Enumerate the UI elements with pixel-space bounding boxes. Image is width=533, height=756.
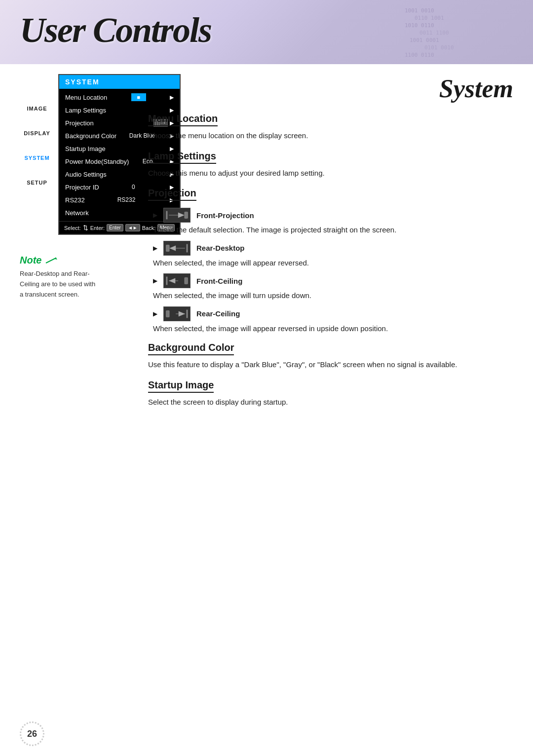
rear-ceiling-icon bbox=[163, 306, 190, 321]
svg-rect-21 bbox=[187, 309, 188, 318]
section-projection: Projection ▶ Front-Projection This is th… bbox=[148, 188, 513, 334]
front-ceiling-icon bbox=[163, 273, 190, 288]
svg-text:1010 0110: 1010 0110 bbox=[405, 22, 434, 29]
right-column: System Menu Location Choose the menu loc… bbox=[133, 74, 513, 416]
front-ceiling-label: Front-Ceiling bbox=[196, 277, 242, 285]
svg-text:1001 0010: 1001 0010 bbox=[405, 7, 434, 14]
sidebar-item-setup[interactable]: SETUP bbox=[20, 178, 54, 188]
main-layout: IMAGE DISPLAY SYSTEM SETUP SYSTEM Menu L… bbox=[0, 64, 533, 426]
svg-text:1001 0001: 1001 0001 bbox=[410, 37, 439, 43]
rear-desktop-label: Rear-Desktop bbox=[196, 244, 245, 252]
svg-rect-12 bbox=[185, 212, 188, 218]
heading-menu-location: Menu Location bbox=[148, 113, 218, 126]
note-text: Rear-Desktop and Rear-Ceiling are to be … bbox=[20, 269, 99, 300]
note-pencil-icon bbox=[43, 256, 58, 265]
svg-marker-8 bbox=[55, 257, 57, 260]
section-menu-location: Menu Location Choose the menu location o… bbox=[148, 113, 513, 142]
proj-item-rear-desktop: ▶ Rear-Desktop bbox=[153, 241, 513, 256]
proj-item-front-ceiling: ▶ Front-Ceiling bbox=[153, 273, 513, 288]
sidebar-item-system[interactable]: SYSTEM bbox=[20, 153, 54, 163]
desc-background-color: Use this feature to display a "Dark Blue… bbox=[148, 359, 513, 371]
svg-rect-13 bbox=[187, 244, 188, 252]
header-decoration: 1001 0010 0110 1001 1010 0110 0011 1100 … bbox=[400, 2, 523, 62]
page-header: User Controls 1001 0010 0110 1001 1010 0… bbox=[0, 0, 533, 64]
heading-startup-image: Startup Image bbox=[148, 379, 214, 393]
enter-label: Enter: bbox=[90, 225, 105, 231]
svg-text:1100 0110: 1100 0110 bbox=[405, 52, 434, 58]
sidebar-item-image[interactable]: IMAGE bbox=[20, 104, 54, 113]
svg-marker-23 bbox=[179, 311, 185, 316]
page-number: 26 bbox=[20, 721, 44, 746]
front-projection-desc: This is the default selection. The image… bbox=[153, 225, 513, 236]
select-label: Select: bbox=[64, 225, 81, 231]
svg-rect-16 bbox=[166, 245, 170, 251]
front-projection-label: Front-Projection bbox=[196, 211, 254, 220]
note-title: Note bbox=[20, 255, 41, 266]
proj-item-front: ▶ Front-Projection bbox=[153, 208, 513, 223]
proj-item-rear-ceiling: ▶ Rear-Ceiling bbox=[153, 306, 513, 321]
svg-text:0011 1100: 0011 1100 bbox=[419, 30, 449, 36]
rear-ceiling-desc: When selected, the image will appear rev… bbox=[153, 323, 513, 335]
heading-lamp-settings: Lamp Settings bbox=[148, 151, 216, 164]
section-startup-image: Startup Image Select the screen to displ… bbox=[148, 379, 513, 408]
svg-rect-9 bbox=[166, 211, 168, 220]
svg-rect-20 bbox=[185, 277, 188, 284]
svg-text:0110 1001: 0110 1001 bbox=[415, 15, 444, 21]
desc-lamp-settings: Choose this menu to adjust your desired … bbox=[148, 168, 513, 179]
rear-desktop-desc: When selected, the image will appear rev… bbox=[153, 258, 513, 269]
svg-marker-19 bbox=[169, 278, 175, 283]
left-column: IMAGE DISPLAY SYSTEM SETUP SYSTEM Menu L… bbox=[20, 74, 128, 416]
page-title: User Controls bbox=[20, 10, 211, 51]
osd-area: IMAGE DISPLAY SYSTEM SETUP SYSTEM Menu L… bbox=[20, 74, 128, 235]
desc-menu-location: Choose the menu location on the display … bbox=[148, 130, 513, 142]
svg-line-7 bbox=[46, 258, 56, 263]
section-title: System bbox=[148, 74, 513, 103]
svg-rect-24 bbox=[166, 310, 170, 317]
front-ceiling-desc: When selected, the image will turn upsid… bbox=[153, 290, 513, 302]
section-lamp-settings: Lamp Settings Choose this menu to adjust… bbox=[148, 151, 513, 179]
desc-startup-image: Select the screen to display during star… bbox=[148, 397, 513, 408]
svg-marker-11 bbox=[178, 212, 185, 218]
svg-text:0101 0010: 0101 0010 bbox=[424, 44, 454, 51]
heading-projection: Projection bbox=[148, 188, 196, 201]
rear-desktop-icon bbox=[163, 241, 190, 256]
front-projection-icon bbox=[163, 208, 190, 223]
enter-key: Enter bbox=[107, 224, 123, 231]
side-navigation: IMAGE DISPLAY SYSTEM SETUP bbox=[20, 74, 54, 235]
note-box: Note Rear-Desktop and Rear-Ceiling are t… bbox=[20, 255, 128, 300]
sidebar-item-display[interactable]: DISPLAY bbox=[20, 128, 54, 138]
svg-marker-15 bbox=[169, 245, 176, 251]
rear-ceiling-label: Rear-Ceiling bbox=[196, 309, 240, 318]
heading-background-color: Background Color bbox=[148, 342, 234, 355]
svg-rect-17 bbox=[166, 277, 168, 285]
section-background-color: Background Color Use this feature to dis… bbox=[148, 342, 513, 371]
